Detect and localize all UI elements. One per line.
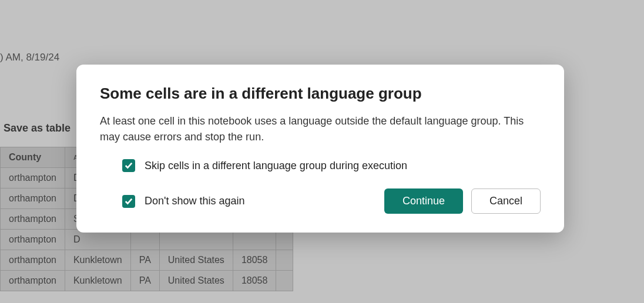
dialog-buttons: Continue Cancel: [384, 188, 541, 214]
skip-cells-label: Skip cells in a different language group…: [145, 160, 407, 172]
dont-show-option: Don't show this again: [100, 195, 245, 208]
cancel-button[interactable]: Cancel: [471, 188, 541, 214]
language-group-dialog: Some cells are in a different language g…: [76, 65, 564, 233]
dialog-title: Some cells are in a different language g…: [100, 85, 541, 103]
dont-show-checkbox[interactable]: [122, 195, 135, 208]
continue-button[interactable]: Continue: [384, 188, 463, 214]
dialog-body-text: At least one cell in this notebook uses …: [100, 113, 541, 145]
dialog-footer: Don't show this again Continue Cancel: [100, 188, 541, 214]
skip-cells-checkbox[interactable]: [122, 159, 135, 172]
check-icon: [125, 197, 133, 206]
skip-cells-option: Skip cells in a different language group…: [100, 159, 541, 172]
dont-show-label: Don't show this again: [145, 195, 245, 207]
check-icon: [125, 161, 133, 170]
